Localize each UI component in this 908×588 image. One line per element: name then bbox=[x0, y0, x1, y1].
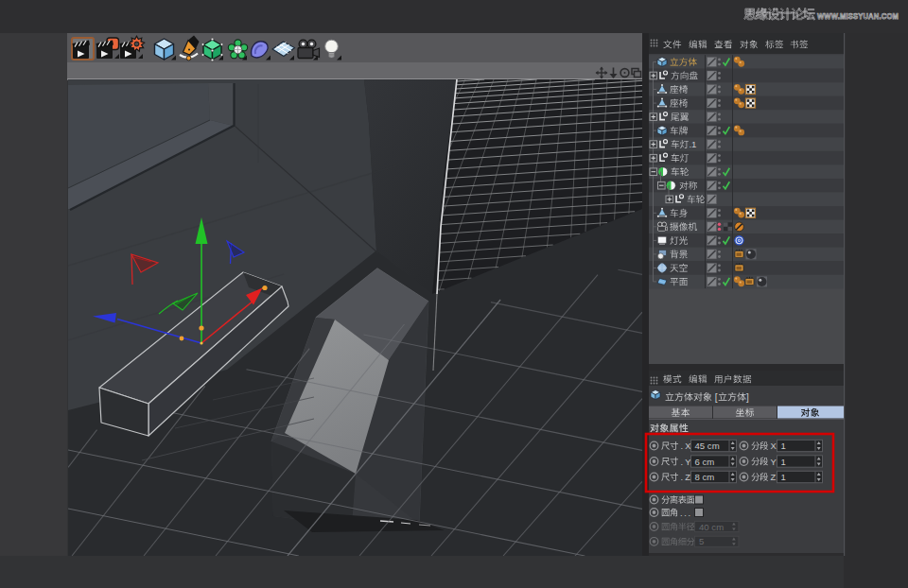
svg-text:40 cm: 40 cm bbox=[699, 522, 724, 532]
svg-text:.: . bbox=[684, 509, 686, 518]
svg-text:.: . bbox=[680, 509, 682, 518]
svg-text:.: . bbox=[689, 509, 690, 518]
svg-text:1: 1 bbox=[781, 457, 786, 467]
svg-text:Z: Z bbox=[685, 472, 690, 482]
svg-text:1: 1 bbox=[781, 472, 786, 482]
svg-text:45 cm: 45 cm bbox=[695, 441, 720, 451]
svg-text:[: [ bbox=[715, 392, 718, 403]
svg-text:5: 5 bbox=[699, 536, 704, 546]
svg-text:.: . bbox=[681, 457, 683, 467]
svg-text:WWW.MISSYUAN.COM: WWW.MISSYUAN.COM bbox=[817, 11, 899, 21]
svg-text:.1: .1 bbox=[689, 139, 696, 149]
svg-text:X: X bbox=[771, 441, 777, 451]
svg-text:Y: Y bbox=[771, 457, 777, 467]
svg-text:]: ] bbox=[746, 392, 749, 403]
svg-text:Z: Z bbox=[771, 472, 777, 482]
svg-text:.: . bbox=[681, 472, 683, 482]
svg-text:6 cm: 6 cm bbox=[695, 457, 715, 467]
svg-text:1: 1 bbox=[781, 441, 786, 451]
svg-text:8 cm: 8 cm bbox=[695, 472, 715, 482]
svg-text:.: . bbox=[681, 441, 683, 451]
